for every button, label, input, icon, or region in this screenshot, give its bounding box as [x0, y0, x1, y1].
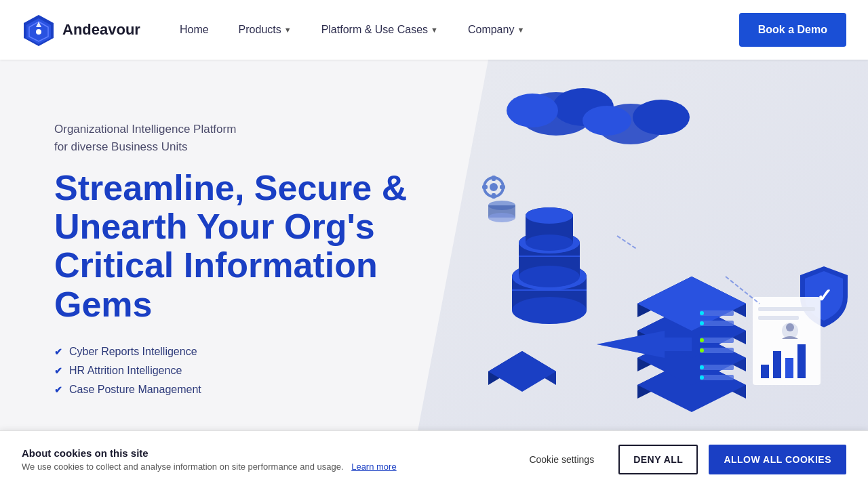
company-chevron-icon: ▼: [517, 26, 524, 34]
nav-company[interactable]: Company ▼: [456, 18, 536, 41]
svg-point-63: [488, 213, 515, 222]
hero-subtitle: Organizational Intelligence Platformfor …: [54, 121, 461, 155]
cookie-title: About cookies on this site: [22, 447, 505, 459]
svg-point-33: [700, 348, 704, 352]
products-chevron-icon: ▼: [284, 26, 292, 34]
feature-list: ✔ Cyber Reports Intelligence ✔ HR Attrit…: [54, 346, 461, 396]
svg-rect-70: [785, 358, 793, 378]
allow-all-cookies-button[interactable]: ALLOW ALL COOKIES: [709, 445, 846, 474]
svg-point-32: [700, 338, 704, 342]
feature-item-2: ✔ HR Attrition Intelligence: [54, 365, 461, 377]
svg-rect-60: [500, 185, 505, 189]
logo-text: Andeavour: [62, 21, 140, 39]
svg-rect-67: [758, 316, 799, 320]
hero-content: Organizational Intelligence Platformfor …: [54, 121, 461, 396]
svg-rect-25: [700, 321, 734, 326]
hero-title: Streamline, Secure & Unearth Your Org's …: [54, 169, 461, 324]
check-icon-2: ✔: [54, 365, 62, 376]
svg-rect-27: [700, 348, 734, 353]
hero-illustration: ✓: [420, 73, 868, 466]
svg-rect-71: [797, 344, 806, 378]
svg-point-42: [519, 266, 580, 287]
cookie-text-area: About cookies on this site We use cookie…: [22, 447, 505, 472]
logo-icon: [22, 13, 56, 47]
svg-rect-69: [773, 351, 781, 378]
svg-rect-26: [700, 338, 734, 343]
nav-products[interactable]: Products ▼: [226, 18, 304, 41]
svg-point-3: [36, 29, 41, 35]
cookie-learn-more-link[interactable]: Learn more: [351, 462, 396, 472]
svg-point-9: [633, 100, 690, 135]
header: Andeavour Home Products ▼ Platform & Use…: [0, 0, 868, 60]
svg-point-30: [700, 311, 704, 315]
check-icon-1: ✔: [54, 346, 62, 357]
svg-point-10: [583, 106, 631, 136]
svg-rect-24: [700, 310, 734, 316]
svg-rect-28: [700, 365, 734, 370]
feature-item-1: ✔ Cyber Reports Intelligence: [54, 346, 461, 358]
deny-all-button[interactable]: DENY ALL: [618, 445, 698, 474]
book-demo-button[interactable]: Book a Demo: [739, 13, 846, 47]
svg-point-35: [700, 375, 704, 380]
feature-item-3: ✔ Case Posture Management: [54, 384, 461, 396]
svg-point-31: [700, 321, 704, 325]
hero-section: Organizational Intelligence Platformfor …: [0, 60, 868, 488]
platform-chevron-icon: ▼: [431, 26, 438, 34]
svg-marker-54: [488, 351, 556, 392]
cookie-description: We use cookies to collect and analyse in…: [22, 462, 505, 472]
nav-home[interactable]: Home: [167, 18, 221, 41]
svg-rect-66: [758, 307, 815, 311]
svg-rect-59: [482, 185, 488, 189]
svg-rect-58: [492, 193, 496, 199]
svg-point-73: [786, 323, 794, 331]
cookie-banner: About cookies on this site We use cookie…: [0, 430, 868, 488]
svg-point-47: [526, 207, 573, 224]
cookie-settings-button[interactable]: Cookie settings: [515, 446, 608, 473]
svg-rect-68: [761, 365, 769, 378]
check-icon-3: ✔: [54, 384, 62, 395]
main-nav: Home Products ▼ Platform & Use Cases ▼ C…: [167, 18, 739, 41]
svg-point-56: [490, 183, 498, 191]
svg-line-74: [617, 236, 637, 249]
svg-point-46: [526, 235, 573, 251]
svg-point-34: [700, 365, 704, 369]
svg-point-7: [507, 94, 558, 127]
svg-rect-57: [492, 176, 496, 181]
svg-point-38: [512, 297, 587, 324]
nav-platform[interactable]: Platform & Use Cases ▼: [309, 18, 450, 41]
logo[interactable]: Andeavour: [22, 13, 140, 47]
svg-rect-29: [700, 375, 734, 380]
